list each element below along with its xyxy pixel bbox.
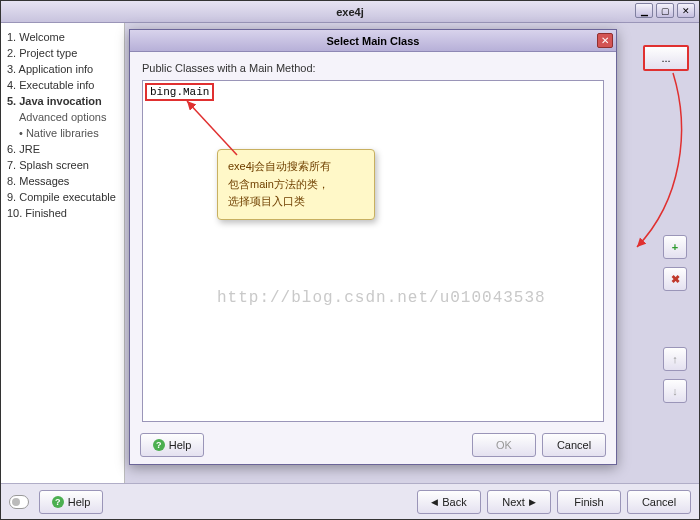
- maximize-button[interactable]: ▢: [656, 3, 674, 18]
- select-main-class-dialog: Select Main Class ✕ Public Classes with …: [129, 29, 617, 465]
- arrow-up-icon: ↑: [672, 353, 678, 365]
- step-project-type[interactable]: 2. Project type: [5, 45, 120, 61]
- dialog-ok-button[interactable]: OK: [472, 433, 536, 457]
- chevron-right-icon: ▶: [529, 497, 536, 507]
- arrow-down-icon: ↓: [672, 385, 678, 397]
- wizard-steps: 1. Welcome 2. Project type 3. Applicatio…: [1, 23, 125, 483]
- dialog-ok-label: OK: [496, 439, 512, 451]
- step-finished[interactable]: 10. Finished: [5, 205, 120, 221]
- dialog-cancel-button[interactable]: Cancel: [542, 433, 606, 457]
- step-application-info[interactable]: 3. Application info: [5, 61, 120, 77]
- step-advanced-options[interactable]: Advanced options: [5, 109, 120, 125]
- cancel-button[interactable]: Cancel: [627, 490, 691, 514]
- move-down-button[interactable]: ↓: [663, 379, 687, 403]
- step-native-libraries[interactable]: Native libraries: [5, 125, 120, 141]
- class-list-item[interactable]: bing.Main: [145, 83, 214, 101]
- dialog-title: Select Main Class: [327, 35, 420, 47]
- window-title: exe4j: [336, 6, 364, 18]
- window-controls: ▁ ▢ ✕: [635, 3, 695, 18]
- wizard-bottombar: ? Help ◀ Back Next ▶ Finish Cancel: [1, 483, 699, 519]
- browse-label: ...: [661, 52, 670, 64]
- finish-label: Finish: [574, 496, 603, 508]
- next-button[interactable]: Next ▶: [487, 490, 551, 514]
- callout-line-2: 包含main方法的类，: [228, 176, 364, 194]
- next-label: Next: [502, 496, 525, 508]
- step-welcome[interactable]: 1. Welcome: [5, 29, 120, 45]
- callout-line-3: 选择项目入口类: [228, 193, 364, 211]
- dialog-close-button[interactable]: ✕: [597, 33, 613, 48]
- dialog-cancel-label: Cancel: [557, 439, 591, 451]
- close-button[interactable]: ✕: [677, 3, 695, 18]
- minimize-button[interactable]: ▁: [635, 3, 653, 18]
- plus-icon: +: [672, 241, 678, 253]
- dialog-help-button[interactable]: ? Help: [140, 433, 204, 457]
- step-compile-executable[interactable]: 9. Compile executable: [5, 189, 120, 205]
- dialog-label: Public Classes with a Main Method:: [142, 62, 604, 74]
- dialog-body: Public Classes with a Main Method: bing.…: [130, 52, 616, 426]
- help-button[interactable]: ? Help: [39, 490, 103, 514]
- list-side-buttons: + ✖ ↑ ↓: [663, 235, 687, 403]
- delete-button[interactable]: ✖: [663, 267, 687, 291]
- dialog-footer: ? Help OK Cancel: [130, 426, 616, 464]
- window-titlebar: exe4j ▁ ▢ ✕: [1, 1, 699, 23]
- step-java-invocation[interactable]: 5. Java invocation: [5, 93, 120, 109]
- step-splash-screen[interactable]: 7. Splash screen: [5, 157, 120, 173]
- back-button[interactable]: ◀ Back: [417, 490, 481, 514]
- add-button[interactable]: +: [663, 235, 687, 259]
- step-jre[interactable]: 6. JRE: [5, 141, 120, 157]
- cancel-label: Cancel: [642, 496, 676, 508]
- dialog-help-label: Help: [169, 439, 192, 451]
- delete-icon: ✖: [671, 273, 680, 286]
- finish-button[interactable]: Finish: [557, 490, 621, 514]
- browse-button[interactable]: ...: [643, 45, 689, 71]
- step-messages[interactable]: 8. Messages: [5, 173, 120, 189]
- back-label: Back: [442, 496, 466, 508]
- chevron-left-icon: ◀: [431, 497, 438, 507]
- move-up-button[interactable]: ↑: [663, 347, 687, 371]
- callout-line-1: exe4j会自动搜索所有: [228, 158, 364, 176]
- help-label: Help: [68, 496, 91, 508]
- help-icon: ?: [52, 496, 64, 508]
- help-icon: ?: [153, 439, 165, 451]
- toggle-icon[interactable]: [9, 495, 29, 509]
- dialog-titlebar: Select Main Class ✕: [130, 30, 616, 52]
- class-listbox[interactable]: bing.Main: [142, 80, 604, 422]
- annotation-callout: exe4j会自动搜索所有 包含main方法的类， 选择项目入口类: [217, 149, 375, 220]
- step-executable-info[interactable]: 4. Executable info: [5, 77, 120, 93]
